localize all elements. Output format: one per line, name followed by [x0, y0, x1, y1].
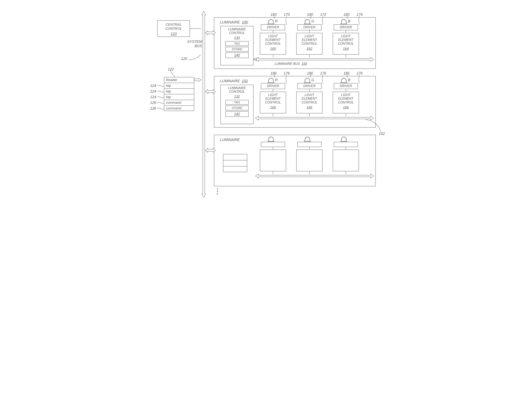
reader-row: tag	[164, 89, 194, 94]
row-leader	[157, 90, 164, 93]
reader-row-ref: 126	[150, 106, 156, 111]
svg-marker-2	[205, 31, 216, 35]
connector	[309, 30, 310, 33]
svg-marker-1	[194, 78, 201, 81]
central-control-box: CENTRAL CONTROL 110	[157, 20, 190, 37]
led-icon	[304, 18, 311, 24]
svg-marker-6	[255, 57, 374, 61]
lec-box: LIGHT ELEMENT CONTROL 166	[296, 92, 323, 113]
led-color: B	[348, 78, 350, 82]
driver-box: DRIVER	[261, 24, 285, 30]
lec-box: LIGHT ELEMENT CONTROL 160	[260, 33, 286, 55]
leader	[311, 75, 312, 77]
leader	[322, 75, 324, 83]
connector	[273, 30, 273, 33]
lec-box-blank	[296, 149, 323, 171]
connector	[273, 147, 273, 149]
luminaire-bus-label: LUMINAIRE BUS 150	[275, 62, 307, 66]
led-icon	[267, 136, 274, 142]
connector	[273, 89, 273, 92]
system-bus-label: SYSTEM BUS	[186, 40, 202, 48]
reader-row-ref: 124	[150, 95, 156, 99]
driver-box: DRIVER	[261, 83, 285, 89]
svg-marker-13	[205, 148, 216, 152]
connector	[254, 59, 256, 59]
connector	[309, 89, 310, 92]
led-icon	[304, 77, 311, 83]
led-color: R	[275, 78, 278, 82]
led-color: B	[348, 19, 350, 23]
reader-row: command	[164, 100, 194, 106]
connector	[190, 28, 201, 29]
leader	[286, 75, 287, 83]
connector	[346, 113, 346, 116]
leader	[359, 75, 360, 83]
lec-title: LIGHT ELEMENT CONTROL	[260, 34, 286, 46]
connector	[346, 89, 346, 92]
row-leader	[157, 96, 164, 98]
luminaire-title: LUMINAIRE 102	[220, 79, 248, 83]
row-leader	[157, 102, 164, 104]
luminaire-bus-arrow	[255, 116, 374, 120]
driver-box: DRIVER	[334, 83, 358, 89]
bus-to-luminaire-arrow	[205, 148, 216, 152]
leader	[347, 75, 348, 77]
driver-box-blank	[334, 142, 358, 147]
luminaire-control-title: LUMINAIRE CONTROL	[221, 28, 253, 35]
reader-to-bus-arrow	[194, 78, 201, 81]
driver-box: DRIVER	[334, 24, 358, 30]
leader	[359, 16, 360, 25]
led-ref: 186	[307, 71, 313, 76]
lec-ref: 166	[260, 106, 286, 110]
led-icon	[267, 77, 274, 83]
lec-box: LIGHT ELEMENT CONTROL 166	[333, 92, 359, 113]
connector	[346, 30, 346, 33]
tag-box: TAG	[225, 41, 249, 46]
row-leader	[157, 107, 164, 110]
ellipsis-icon	[217, 188, 218, 195]
svg-marker-0	[202, 11, 206, 197]
reader-box: Reader tag tag tag command command	[164, 77, 194, 111]
luminaire-bus-arrow	[255, 174, 374, 178]
lec-ref: 162	[297, 47, 322, 51]
connector	[346, 55, 346, 58]
luminaire-title: LUMINAIRE 100	[220, 20, 248, 25]
svg-marker-8	[205, 89, 216, 94]
system-bus	[200, 11, 208, 197]
luminaire-control-blank	[223, 154, 247, 172]
lec-box: LIGHT ELEMENT CONTROL 164	[333, 33, 359, 55]
system-bus-leader	[189, 55, 203, 61]
reader-row: Reader	[164, 77, 194, 83]
connector	[273, 171, 273, 174]
led-color: R	[275, 19, 278, 23]
svg-marker-17	[255, 174, 374, 178]
connector	[309, 171, 310, 174]
driver-box-blank	[261, 142, 285, 147]
lec-title: LIGHT ELEMENT CONTROL	[333, 93, 359, 104]
reader-row-ref: 124	[150, 84, 156, 88]
lec-box-blank	[260, 149, 286, 171]
lec-title: LIGHT ELEMENT CONTROL	[297, 93, 322, 104]
lec-ref: 166	[333, 106, 359, 110]
connector	[309, 55, 310, 58]
store-ref-box: 142	[225, 111, 249, 117]
leader-152	[366, 119, 384, 134]
leader	[274, 75, 276, 77]
led-color: G	[311, 78, 314, 82]
lec-title: LIGHT ELEMENT CONTROL	[333, 34, 359, 46]
leader	[286, 16, 287, 25]
lec-title: LIGHT ELEMENT CONTROL	[260, 93, 286, 104]
reader-row-ref: 126	[150, 101, 156, 105]
row-leader	[157, 85, 164, 87]
led-ref: 180	[271, 13, 277, 17]
lec-box: LIGHT ELEMENT CONTROL 166	[260, 92, 286, 113]
connector	[273, 113, 273, 116]
connector	[346, 171, 346, 174]
led-ref: 186	[271, 71, 277, 76]
lec-ref: 164	[333, 47, 359, 51]
central-control-ref: 110	[158, 32, 190, 36]
reader-row: tag	[164, 83, 194, 89]
connector	[273, 55, 273, 58]
reader-row: command	[164, 106, 194, 111]
svg-marker-12	[255, 116, 374, 120]
